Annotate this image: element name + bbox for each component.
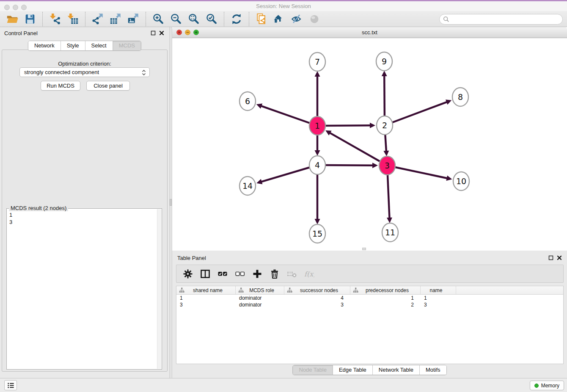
table-settings-icon: [183, 269, 193, 279]
node-15[interactable]: 15: [309, 224, 325, 243]
zoom-out-button[interactable]: [168, 12, 184, 26]
zoom-window-button[interactable]: [21, 5, 27, 10]
node-10[interactable]: 10: [453, 172, 469, 190]
tab-network[interactable]: Network: [28, 41, 61, 50]
table-cell[interactable]: 1: [176, 295, 236, 301]
toggle-panes-icon: [200, 269, 210, 279]
zoom-selected-icon: [205, 13, 218, 25]
float-panel-icon[interactable]: [151, 30, 156, 36]
table-cell[interactable]: 2: [350, 301, 421, 308]
search-input[interactable]: [451, 16, 559, 22]
table-row[interactable]: 3dominator323: [176, 301, 563, 308]
tab-mcds[interactable]: MCDS: [113, 41, 141, 50]
table-cell[interactable]: 3: [421, 301, 456, 308]
close-panel-button[interactable]: Close panel: [86, 81, 130, 91]
node-2[interactable]: 2: [377, 116, 393, 135]
open-session-button[interactable]: [5, 12, 20, 26]
delete-column-button[interactable]: [269, 268, 280, 279]
column-header-name[interactable]: name: [421, 286, 456, 294]
node-table[interactable]: shared nameMCDS rolesuccessor nodesprede…: [176, 286, 564, 364]
zoom-fit-button[interactable]: [186, 12, 201, 26]
home-button[interactable]: [272, 12, 287, 26]
show-all-button[interactable]: [307, 12, 322, 26]
node-9[interactable]: 9: [376, 52, 392, 71]
import-table-button[interactable]: [65, 12, 80, 26]
tab-edge-table[interactable]: Edge Table: [333, 365, 372, 375]
search-box[interactable]: [439, 14, 563, 25]
node-14[interactable]: 14: [239, 177, 256, 195]
hide-selected-button[interactable]: [289, 12, 305, 26]
show-panels-button[interactable]: [4, 380, 17, 390]
table-cell[interactable]: dominator: [236, 301, 284, 308]
table-cell[interactable]: dominator: [236, 295, 284, 301]
canvas-resize-grip[interactable]: [362, 248, 366, 250]
zoom-in-button[interactable]: [151, 12, 166, 26]
splitter-grip[interactable]: [170, 199, 172, 206]
edge-3-10[interactable]: [387, 166, 448, 178]
refresh-button[interactable]: [229, 12, 244, 26]
select-all-button[interactable]: [217, 268, 228, 279]
export-image-button[interactable]: [126, 12, 141, 26]
close-network-button[interactable]: [176, 30, 182, 35]
add-column-button[interactable]: [252, 268, 263, 279]
run-mcds-button[interactable]: Run MCDS: [41, 81, 80, 91]
tab-node-table[interactable]: Node Table: [293, 365, 333, 375]
node-8[interactable]: 8: [452, 88, 468, 106]
node-11[interactable]: 11: [382, 223, 398, 242]
open-session-icon: [6, 13, 19, 25]
edge-arrowhead: [383, 151, 389, 156]
deselect-all-button[interactable]: [234, 268, 245, 279]
column-header-successor-nodes[interactable]: successor nodes: [284, 286, 350, 294]
duplicate-network-button[interactable]: [254, 12, 269, 26]
node-1[interactable]: 1: [309, 116, 325, 135]
toggle-panes-button[interactable]: [200, 268, 211, 279]
node-3[interactable]: 3: [379, 156, 395, 175]
network-title: scc.txt: [172, 27, 567, 38]
close-panel-icon[interactable]: [159, 30, 164, 36]
tab-style[interactable]: Style: [61, 41, 85, 50]
tab-select[interactable]: Select: [85, 41, 113, 50]
edge-4-14[interactable]: [261, 165, 317, 182]
minimize-window-button[interactable]: [13, 5, 18, 10]
export-table-button[interactable]: [108, 12, 123, 26]
network-window-titlebar[interactable]: scc.txt: [172, 27, 567, 38]
node-6[interactable]: 6: [239, 92, 256, 110]
column-label: predecessor nodes: [358, 287, 420, 293]
zoom-network-button[interactable]: [193, 30, 199, 35]
column-header-shared-name[interactable]: shared name: [176, 286, 236, 294]
mcds-result-text[interactable]: 13: [7, 210, 157, 369]
save-session-button[interactable]: [22, 12, 38, 26]
table-row[interactable]: 1dominator411: [176, 295, 563, 301]
panel-splitter[interactable]: [169, 27, 172, 378]
zoom-selected-button[interactable]: [204, 12, 219, 26]
edge-3-1[interactable]: [330, 133, 387, 166]
edge-2-8[interactable]: [385, 102, 447, 125]
table-cell[interactable]: 3: [284, 301, 350, 308]
close-window-button[interactable]: [4, 5, 10, 10]
tab-motifs[interactable]: Motifs: [419, 365, 446, 375]
network-canvas[interactable]: 7968124314101511: [172, 38, 567, 251]
tab-network-table[interactable]: Network Table: [372, 365, 419, 375]
close-table-panel-icon[interactable]: [557, 255, 562, 260]
export-image-icon: [127, 13, 140, 25]
result-scrollbar[interactable]: [157, 209, 161, 369]
float-table-panel-icon[interactable]: [548, 255, 553, 260]
table-settings-button[interactable]: [182, 268, 193, 279]
edge-1-6[interactable]: [261, 106, 317, 126]
table-cell[interactable]: 3: [176, 301, 236, 308]
minimize-network-button[interactable]: [185, 30, 190, 35]
main-titlebar: Session: New Session: [0, 1, 567, 11]
table-cell[interactable]: 1: [350, 295, 421, 301]
node-4[interactable]: 4: [309, 156, 325, 174]
import-network-button[interactable]: [47, 12, 63, 26]
edge-arrowhead: [256, 103, 262, 108]
node-7[interactable]: 7: [309, 52, 325, 71]
table-cell[interactable]: 4: [284, 295, 350, 301]
column-header-predecessor-nodes[interactable]: predecessor nodes: [350, 286, 421, 294]
column-header-mcds-role[interactable]: MCDS role: [236, 286, 284, 294]
table-cell[interactable]: 1: [421, 295, 456, 301]
export-network-button[interactable]: [90, 12, 105, 26]
criterion-dropdown[interactable]: strongly connected component: [19, 67, 150, 77]
memory-button[interactable]: Memory: [530, 381, 564, 390]
chevron-up-down-icon: [140, 69, 147, 77]
